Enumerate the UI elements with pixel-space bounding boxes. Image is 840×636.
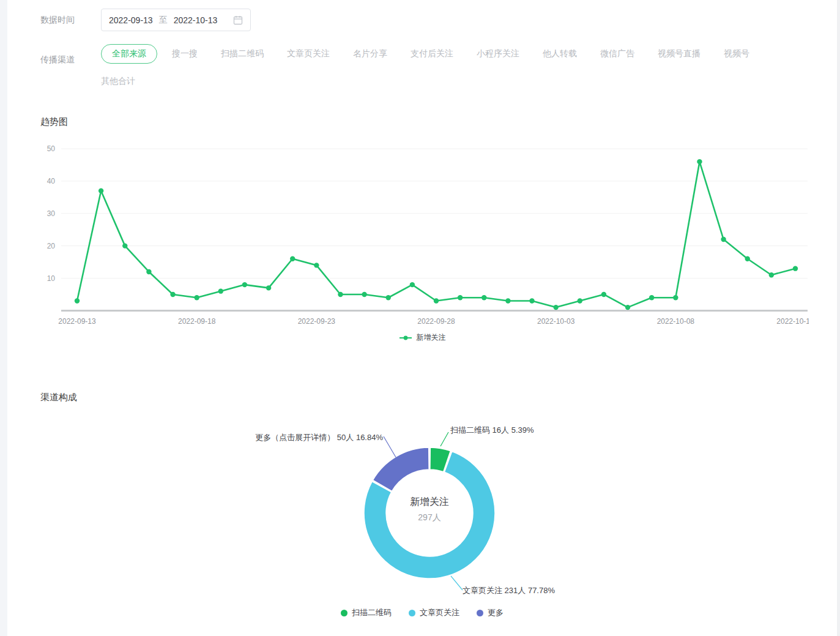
pie-label-article: 文章页关注 231人 77.78% — [463, 585, 555, 596]
channel-chip[interactable]: 扫描二维码 — [221, 45, 264, 63]
pie-legend-label: 更多 — [488, 607, 504, 618]
channel-chip[interactable]: 名片分享 — [353, 45, 387, 63]
date-range-input[interactable]: 2022-09-13 至 2022-10-13 — [101, 9, 251, 31]
svg-text:10: 10 — [47, 274, 56, 283]
svg-text:2022-10-08: 2022-10-08 — [657, 317, 695, 326]
channel-chip-list: 全部来源搜一搜扫描二维码文章页关注名片分享支付后关注小程序关注他人转载微信广告视… — [101, 44, 829, 91]
donut-center-text: 新增关注 297人 — [381, 496, 478, 523]
svg-text:30: 30 — [47, 209, 56, 218]
pie-slice-2[interactable] — [373, 447, 429, 491]
channel-chip[interactable]: 支付后关注 — [411, 45, 453, 63]
pie-label-more[interactable]: 更多（点击展开详情） 50人 16.84% — [245, 432, 383, 443]
channel-filter-label: 传播渠道 — [40, 54, 75, 65]
page-left-gutter — [0, 0, 7, 636]
channel-chip[interactable]: 文章页关注 — [287, 45, 330, 63]
analytics-panel: 数据时间 2022-09-13 至 2022-10-13 传播渠道 全部来源搜一… — [7, 0, 837, 636]
trend-legend-label: 新增关注 — [417, 332, 446, 343]
channel-chip[interactable]: 微信广告 — [600, 45, 634, 63]
pie-legend: 扫描二维码文章页关注更多 — [7, 607, 837, 618]
donut-center-title: 新增关注 — [381, 496, 478, 509]
svg-text:2022-10-13: 2022-10-13 — [776, 317, 809, 326]
date-end-value[interactable]: 2022-10-13 — [174, 15, 218, 25]
date-start-value[interactable]: 2022-09-13 — [109, 15, 153, 25]
channel-chip[interactable]: 视频号直播 — [658, 45, 701, 63]
pie-legend-dot-icon — [341, 610, 348, 616]
svg-text:2022-09-13: 2022-09-13 — [58, 317, 96, 326]
svg-text:2022-10-03: 2022-10-03 — [537, 317, 575, 326]
channel-chip[interactable]: 他人转载 — [543, 45, 577, 63]
pie-legend-label: 扫描二维码 — [352, 607, 392, 618]
pie-label-qr: 扫描二维码 16人 5.39% — [450, 425, 534, 436]
page-right-gutter — [837, 0, 840, 636]
line-series-marker-icon — [399, 335, 412, 341]
pie-legend-label: 文章页关注 — [420, 607, 459, 618]
svg-text:2022-09-23: 2022-09-23 — [298, 317, 336, 326]
trend-section-title: 趋势图 — [40, 116, 68, 128]
channel-donut-chart: 更多（点击展开详情） 50人 16.84% 扫描二维码 16人 5.39% 文章… — [245, 416, 612, 606]
date-range-label: 数据时间 — [40, 15, 75, 26]
calendar-icon[interactable] — [233, 15, 243, 25]
date-separator: 至 — [159, 15, 168, 26]
trend-line-chart: 10203040502022-09-132022-09-182022-09-23… — [44, 144, 809, 327]
trend-chart-svg: 10203040502022-09-132022-09-182022-09-23… — [44, 144, 809, 327]
channel-chip[interactable]: 视频号 — [724, 45, 749, 63]
channel-chip[interactable]: 其他合计 — [101, 72, 135, 91]
pie-legend-item[interactable]: 更多 — [477, 607, 504, 618]
pie-legend-dot-icon — [409, 610, 415, 616]
channel-chip-selected[interactable]: 全部来源 — [101, 44, 157, 64]
composition-section-title: 渠道构成 — [40, 392, 77, 403]
svg-text:2022-09-28: 2022-09-28 — [417, 317, 455, 326]
svg-text:40: 40 — [47, 177, 56, 185]
channel-chip[interactable]: 小程序关注 — [477, 45, 519, 63]
svg-text:20: 20 — [47, 242, 56, 250]
pie-legend-item[interactable]: 扫描二维码 — [341, 607, 392, 618]
pie-legend-dot-icon — [477, 610, 483, 616]
channel-chip[interactable]: 搜一搜 — [172, 45, 198, 63]
donut-center-value: 297人 — [381, 512, 478, 523]
svg-text:50: 50 — [47, 144, 56, 153]
trend-legend-item[interactable]: 新增关注 — [7, 332, 837, 343]
svg-text:2022-09-18: 2022-09-18 — [178, 317, 216, 326]
pie-legend-item[interactable]: 文章页关注 — [409, 607, 459, 618]
